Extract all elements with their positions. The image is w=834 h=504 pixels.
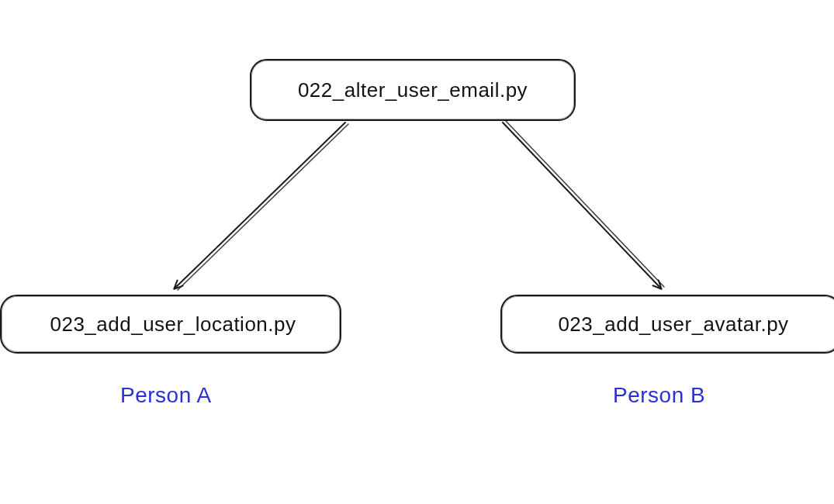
node-left-child-label: 023_add_user_location.py: [50, 312, 296, 337]
node-right-child-label: 023_add_user_avatar.py: [558, 312, 788, 337]
node-right-child: 023_add_user_avatar.py: [500, 295, 834, 354]
diagram-canvas: 022_alter_user_email.py 023_add_user_loc…: [0, 0, 834, 504]
node-left-child: 023_add_user_location.py: [0, 295, 341, 354]
node-parent-label: 022_alter_user_email.py: [298, 78, 528, 102]
node-parent: 022_alter_user_email.py: [250, 59, 576, 121]
caption-left: Person A: [120, 383, 212, 408]
caption-right: Person B: [613, 383, 705, 408]
